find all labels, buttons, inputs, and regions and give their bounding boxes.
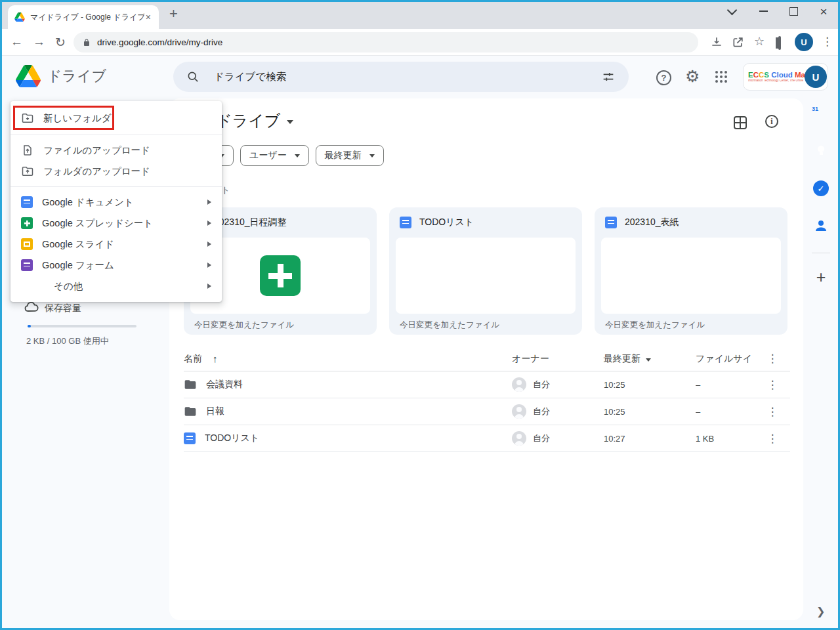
modified-time: 10:25	[604, 380, 696, 390]
browser-tab[interactable]: マイドライブ - Google ドライブ ×	[8, 5, 159, 29]
download-icon[interactable]	[710, 35, 723, 51]
minimize-icon	[759, 10, 768, 12]
address-bar[interactable]: drive.google.com/drive/my-drive	[74, 32, 698, 52]
new-menu: 新しいフォルダ ファイルのアップロード フォルダのアップロード Google ド…	[10, 101, 222, 302]
submenu-arrow-icon	[207, 220, 211, 226]
card-preview	[601, 238, 781, 314]
file-card[interactable]: TODOリスト 今日変更を加えたファイル	[389, 207, 582, 335]
modified-time: 10:25	[604, 407, 696, 417]
chevron-down-icon	[369, 154, 375, 158]
card-preview	[396, 238, 576, 314]
grid-view-toggle-icon[interactable]	[734, 116, 747, 129]
menu-item-label: Google スライド	[42, 238, 114, 251]
account-avatar[interactable]: U	[805, 66, 827, 88]
file-name: TODOリスト	[205, 432, 259, 444]
tab-title: マイドライブ - Google ドライブ	[30, 12, 144, 23]
menu-item-label: Google ドキュメント	[42, 196, 134, 209]
browser-profile-avatar[interactable]: U	[795, 33, 813, 51]
column-options-icon[interactable]	[755, 352, 790, 366]
menu-item-label: Google スプレッドシート	[42, 217, 153, 230]
menu-item-label: その他	[54, 280, 83, 293]
row-options-icon[interactable]	[755, 378, 790, 392]
back-button[interactable]: ←	[10, 35, 23, 49]
table-row[interactable]: 会議資料 自分 10:25 –	[184, 371, 790, 398]
card-caption: 今日変更を加えたファイル	[595, 314, 788, 337]
new-tab-button[interactable]: +	[169, 5, 178, 22]
panel-glyph	[778, 36, 781, 50]
row-options-icon[interactable]	[755, 405, 790, 419]
main-content: マイドライブ 種類 ユーザー 最終更新 候補リスト	[169, 98, 803, 620]
eccs-word: Cloud	[769, 71, 793, 79]
chevron-down-icon	[726, 5, 737, 15]
get-addons-plus-icon[interactable]: +	[813, 269, 829, 285]
modified-time: 10:27	[604, 434, 696, 444]
row-options-icon[interactable]	[755, 432, 790, 446]
contacts-icon[interactable]	[813, 218, 829, 234]
eccs-letter: C	[753, 71, 759, 79]
help-icon[interactable]	[656, 70, 671, 85]
search-options-tune-icon[interactable]	[601, 70, 616, 84]
apps-grid-icon[interactable]	[715, 71, 718, 74]
window-close-button[interactable]: ×	[815, 3, 832, 20]
slides-icon	[21, 238, 33, 250]
search-icon	[186, 70, 200, 83]
menu-item-more[interactable]: その他	[10, 276, 222, 297]
submenu-arrow-icon	[207, 284, 211, 289]
drive-search-bar[interactable]: ドライブで検索	[173, 62, 629, 92]
storage-progress-bar	[28, 325, 136, 327]
eccs-logo: ECCS Cloud Mail Information Technology C…	[748, 72, 803, 83]
file-list: 名前 ↑ オーナー 最終更新 ファイルサイ 会議資料 自分 10:25 –	[184, 346, 790, 452]
table-row[interactable]: 日報 自分 10:25 –	[184, 398, 790, 425]
filter-chip-people[interactable]: ユーザー	[240, 145, 309, 166]
settings-gear-icon[interactable]: ⚙	[685, 68, 700, 85]
tasks-icon[interactable]	[813, 180, 829, 196]
column-owner[interactable]: オーナー	[512, 353, 549, 365]
browser-window: マイドライブ - Google ドライブ × + × ← → ↻ drive.g…	[0, 0, 840, 630]
tab-search-icon[interactable]	[723, 3, 740, 20]
menu-item-folder-upload[interactable]: フォルダのアップロード	[10, 161, 222, 182]
sidebar-item-storage[interactable]: 保存容量	[45, 303, 81, 314]
storage-usage-text: 2 KB / 100 GB 使用中	[26, 335, 109, 347]
column-name[interactable]: 名前	[184, 353, 202, 365]
hide-panel-chevron-icon[interactable]: ❯	[816, 605, 825, 618]
drive-favicon	[14, 12, 25, 22]
sort-caret-icon	[646, 358, 651, 362]
eccs-letter: S	[764, 71, 769, 79]
column-size[interactable]: ファイルサイ	[696, 353, 752, 364]
maximize-button[interactable]	[785, 3, 802, 20]
reload-button[interactable]: ↻	[55, 35, 66, 50]
browser-menu-icon[interactable]	[822, 35, 833, 49]
folder-upload-icon	[21, 165, 34, 178]
account-badge[interactable]: ECCS Cloud Mail Information Technology C…	[743, 63, 828, 91]
tab-strip: マイドライブ - Google ドライブ × + ×	[0, 0, 840, 29]
minimize-button[interactable]	[755, 3, 772, 20]
forward-button[interactable]: →	[33, 35, 45, 49]
sort-ascending-icon: ↑	[213, 353, 218, 364]
bookmark-star-icon[interactable]: ☆	[754, 34, 765, 49]
file-size: –	[696, 380, 755, 390]
file-size: –	[696, 407, 755, 417]
chip-label: 最終更新	[325, 150, 362, 161]
url-text: drive.google.com/drive/my-drive	[97, 37, 222, 47]
menu-item-google-slides[interactable]: Google スライド	[10, 234, 222, 255]
submenu-arrow-icon	[207, 200, 211, 205]
sheets-icon	[21, 217, 33, 229]
submenu-arrow-icon	[207, 262, 211, 268]
sheets-logo-thumbnail	[260, 255, 301, 296]
maximize-icon	[789, 7, 798, 16]
file-card[interactable]: 202310_表紙 今日変更を加えたファイル	[595, 207, 788, 335]
details-info-icon[interactable]	[765, 115, 778, 128]
folder-icon	[184, 405, 197, 418]
share-icon[interactable]	[732, 35, 745, 51]
filter-chip-modified[interactable]: 最終更新	[316, 145, 384, 166]
menu-item-google-sheets[interactable]: Google スプレッドシート	[10, 213, 222, 234]
column-modified[interactable]: 最終更新	[604, 353, 640, 364]
menu-item-file-upload[interactable]: ファイルのアップロード	[10, 140, 222, 161]
file-size: 1 KB	[696, 434, 755, 444]
side-panel-icon[interactable]	[778, 37, 781, 49]
chip-label: ユーザー	[249, 150, 287, 161]
table-row[interactable]: TODOリスト 自分 10:27 1 KB	[184, 425, 790, 452]
menu-item-google-forms[interactable]: Google フォーム	[10, 255, 222, 276]
menu-item-google-docs[interactable]: Google ドキュメント	[10, 192, 222, 213]
tab-close-icon[interactable]: ×	[144, 11, 152, 23]
